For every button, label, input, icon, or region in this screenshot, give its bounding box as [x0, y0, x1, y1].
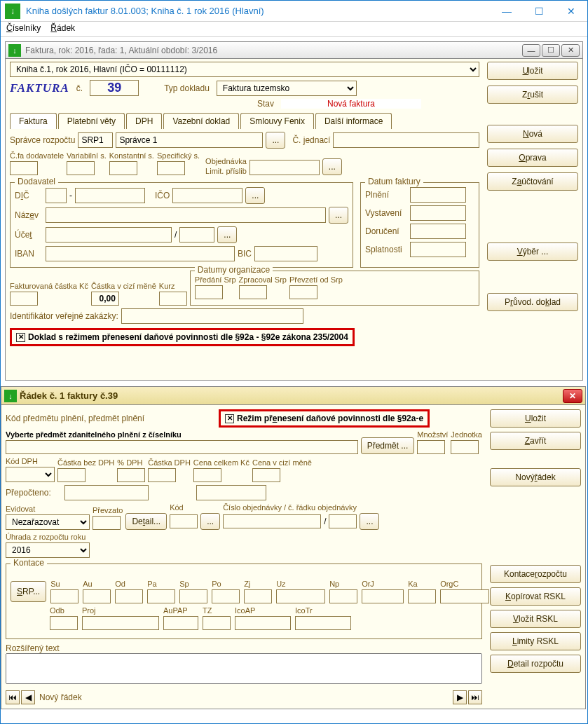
save-button[interactable]: Uložit: [487, 62, 578, 80]
k-po-field[interactable]: [212, 589, 240, 603]
objednavka-field[interactable]: [249, 160, 320, 175]
select-button[interactable]: Výběr ...: [487, 243, 578, 261]
cenac-field[interactable]: [193, 468, 221, 482]
kontace-rozpoctu-button[interactable]: Kontace rozpočtu: [490, 565, 581, 583]
k-icoap-field[interactable]: [235, 616, 291, 630]
detail-button[interactable]: Detail...: [125, 513, 167, 530]
doruceni-field[interactable]: [410, 224, 466, 239]
cisloobj-field[interactable]: [223, 514, 321, 528]
dic-prefix-field[interactable]: [46, 188, 67, 203]
invoice-min-button[interactable]: —: [522, 44, 540, 57]
prepocteno-field1[interactable]: [64, 485, 149, 500]
bic-field[interactable]: [254, 246, 317, 261]
line-close-btn[interactable]: Zavřít: [490, 432, 581, 450]
nav-prev-button[interactable]: ◀: [21, 690, 35, 704]
tab-vazebni[interactable]: Vazební doklad: [163, 113, 239, 129]
predmet-field[interactable]: [6, 440, 358, 454]
k-np-field[interactable]: [329, 589, 357, 603]
menu-ciselniky[interactable]: Číselníky: [6, 23, 41, 35]
kurz-field[interactable]: [159, 292, 187, 306]
prepocteno-field2[interactable]: [196, 485, 266, 500]
edit-button[interactable]: Oprava: [487, 149, 578, 167]
k-sp-field[interactable]: [179, 589, 207, 603]
doc-type-select[interactable]: Faktura tuzemsko: [217, 81, 357, 96]
close-button[interactable]: ✕: [555, 1, 587, 21]
line-close-button[interactable]: ✕: [563, 389, 582, 403]
nav-next-button[interactable]: ▶: [453, 690, 467, 704]
tab-platebni[interactable]: Platební věty: [58, 113, 125, 129]
invoice-close-button[interactable]: ✕: [561, 44, 580, 57]
prevzato-field[interactable]: [93, 516, 121, 530]
tab-faktura[interactable]: Faktura: [10, 113, 57, 129]
cfadod-field[interactable]: [10, 161, 38, 175]
k-icotr-field[interactable]: [295, 616, 351, 630]
splatnosti-field[interactable]: [410, 242, 466, 257]
ico-field[interactable]: [172, 188, 242, 203]
jednotka-field[interactable]: [451, 440, 479, 454]
varsym-field[interactable]: [67, 161, 95, 175]
regime-checkbox[interactable]: ✕: [16, 333, 25, 342]
line-regime-checkbox[interactable]: ✕: [225, 414, 234, 423]
kod-lookup-button[interactable]: ...: [200, 513, 220, 530]
vlozit-rskl-button[interactable]: Vložit RSKL: [490, 610, 581, 628]
cjednaci-field[interactable]: [333, 132, 479, 148]
detail-rozpoctu-button[interactable]: Detail rozpočtu: [490, 655, 581, 673]
k-orj-field[interactable]: [362, 589, 404, 603]
post-button[interactable]: Zaúčtování: [487, 172, 578, 191]
cancel-button[interactable]: Zrušit: [487, 86, 578, 104]
idvz-field[interactable]: [121, 308, 303, 324]
spravce-name[interactable]: [116, 132, 263, 148]
predmet-button[interactable]: Předmět ...: [361, 437, 415, 454]
kod-field[interactable]: [170, 514, 198, 528]
new-button[interactable]: Nová: [487, 125, 578, 143]
k-odb-field[interactable]: [50, 616, 78, 630]
k-pa-field[interactable]: [147, 589, 175, 603]
nazev-field[interactable]: [46, 207, 326, 223]
spravce-code[interactable]: [78, 132, 113, 148]
castkadph-field[interactable]: [148, 468, 176, 482]
nav-last-button[interactable]: ⏭: [468, 690, 482, 704]
nav-first-button[interactable]: ⏮: [6, 690, 20, 704]
ucet-field[interactable]: [46, 227, 172, 243]
pctdph-field[interactable]: [117, 468, 145, 482]
invoice-max-button[interactable]: ☐: [542, 44, 560, 57]
k-su-field[interactable]: [50, 589, 78, 603]
k-zj-field[interactable]: [244, 589, 272, 603]
kopirovat-rskl-button[interactable]: Kopírovat RSKL: [490, 587, 581, 606]
book-select[interactable]: Kniha č.1, rok 2016, Hlavní (IČO = 00111…: [10, 62, 479, 77]
cisloobj-lookup-button[interactable]: ...: [360, 513, 379, 530]
prevzeti-field[interactable]: [289, 285, 317, 299]
cisloobj-line-field[interactable]: [329, 514, 357, 528]
k-aupap-field[interactable]: [163, 616, 198, 630]
k-ka-field[interactable]: [408, 589, 436, 603]
k-proj-field[interactable]: [82, 616, 159, 630]
castkacizi-field[interactable]: [91, 292, 119, 306]
k-au-field[interactable]: [83, 589, 111, 603]
k-od-field[interactable]: [115, 589, 143, 603]
dic-field[interactable]: [75, 188, 145, 203]
nazev-lookup-button[interactable]: ...: [329, 207, 348, 224]
tab-dph[interactable]: DPH: [126, 113, 162, 129]
k-uz-field[interactable]: [276, 589, 325, 603]
srp-button[interactable]: SRP...: [11, 581, 46, 602]
maximize-button[interactable]: ☐: [523, 1, 555, 21]
menu-radek[interactable]: Řádek: [50, 23, 75, 35]
castkabez-field[interactable]: [57, 468, 86, 482]
evidovat-select[interactable]: Nezařazovat: [6, 514, 90, 530]
k-tz-field[interactable]: [203, 616, 231, 630]
line-save-button[interactable]: Uložit: [490, 409, 581, 428]
mnozstvi-field[interactable]: [417, 440, 445, 454]
minimize-button[interactable]: —: [491, 1, 523, 21]
k-orgc-field[interactable]: [440, 589, 489, 603]
zpracoval-field[interactable]: [239, 285, 267, 299]
tab-smlouvy[interactable]: Smlouvy Fenix: [240, 113, 314, 129]
tab-dalsi[interactable]: Další informace: [315, 113, 392, 129]
ucet-bank-field[interactable]: [179, 227, 214, 243]
objednavka-lookup-button[interactable]: ...: [322, 158, 342, 175]
spravce-lookup-button[interactable]: ...: [266, 132, 285, 149]
predani-field[interactable]: [195, 285, 223, 299]
plneni-field[interactable]: [410, 187, 466, 203]
specs-field[interactable]: [157, 161, 185, 175]
guide-doc-button[interactable]: Průvod. doklad: [487, 293, 578, 311]
cenacizi-field[interactable]: [252, 468, 280, 482]
